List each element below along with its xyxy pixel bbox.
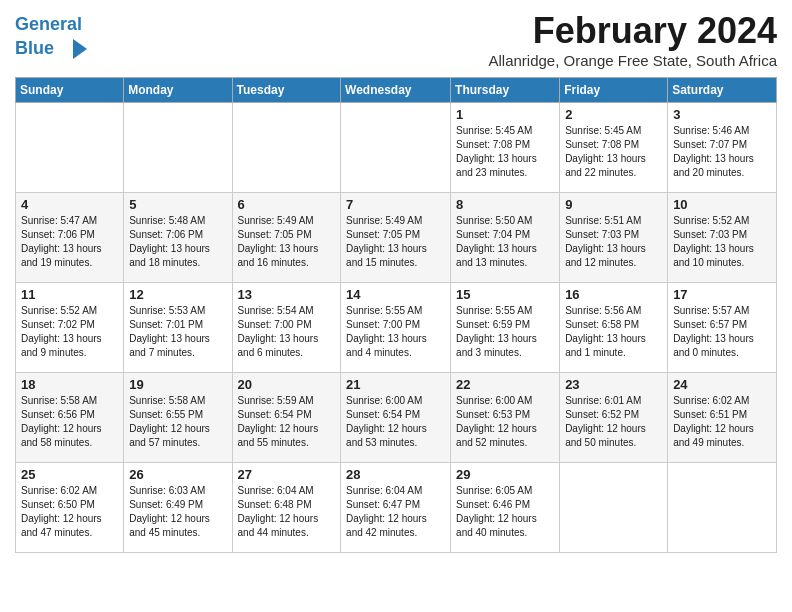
day-cell: 14Sunrise: 5:55 AM Sunset: 7:00 PM Dayli… (341, 283, 451, 373)
day-cell (560, 463, 668, 553)
logo-icon (63, 35, 91, 63)
col-header-thursday: Thursday (451, 78, 560, 103)
day-number: 28 (346, 467, 445, 482)
day-info: Sunrise: 6:04 AM Sunset: 6:48 PM Dayligh… (238, 484, 336, 540)
day-cell: 21Sunrise: 6:00 AM Sunset: 6:54 PM Dayli… (341, 373, 451, 463)
location-subtitle: Allanridge, Orange Free State, South Afr… (489, 52, 778, 69)
day-number: 18 (21, 377, 118, 392)
day-number: 13 (238, 287, 336, 302)
day-cell: 18Sunrise: 5:58 AM Sunset: 6:56 PM Dayli… (16, 373, 124, 463)
day-cell: 8Sunrise: 5:50 AM Sunset: 7:04 PM Daylig… (451, 193, 560, 283)
day-info: Sunrise: 5:59 AM Sunset: 6:54 PM Dayligh… (238, 394, 336, 450)
week-row-5: 25Sunrise: 6:02 AM Sunset: 6:50 PM Dayli… (16, 463, 777, 553)
col-header-saturday: Saturday (668, 78, 777, 103)
day-cell: 10Sunrise: 5:52 AM Sunset: 7:03 PM Dayli… (668, 193, 777, 283)
day-number: 11 (21, 287, 118, 302)
day-cell: 1Sunrise: 5:45 AM Sunset: 7:08 PM Daylig… (451, 103, 560, 193)
day-info: Sunrise: 5:53 AM Sunset: 7:01 PM Dayligh… (129, 304, 226, 360)
day-info: Sunrise: 5:58 AM Sunset: 6:55 PM Dayligh… (129, 394, 226, 450)
col-header-wednesday: Wednesday (341, 78, 451, 103)
day-info: Sunrise: 5:49 AM Sunset: 7:05 PM Dayligh… (346, 214, 445, 270)
day-number: 9 (565, 197, 662, 212)
day-cell: 26Sunrise: 6:03 AM Sunset: 6:49 PM Dayli… (124, 463, 232, 553)
day-number: 25 (21, 467, 118, 482)
day-number: 26 (129, 467, 226, 482)
calendar-table: SundayMondayTuesdayWednesdayThursdayFrid… (15, 77, 777, 553)
day-cell: 9Sunrise: 5:51 AM Sunset: 7:03 PM Daylig… (560, 193, 668, 283)
day-info: Sunrise: 6:00 AM Sunset: 6:53 PM Dayligh… (456, 394, 554, 450)
day-number: 24 (673, 377, 771, 392)
day-info: Sunrise: 5:46 AM Sunset: 7:07 PM Dayligh… (673, 124, 771, 180)
day-info: Sunrise: 6:02 AM Sunset: 6:50 PM Dayligh… (21, 484, 118, 540)
col-header-tuesday: Tuesday (232, 78, 341, 103)
day-number: 22 (456, 377, 554, 392)
title-block: February 2024 Allanridge, Orange Free St… (489, 10, 778, 69)
page-header: General Blue February 2024 Allanridge, O… (15, 10, 777, 69)
day-number: 3 (673, 107, 771, 122)
day-cell: 15Sunrise: 5:55 AM Sunset: 6:59 PM Dayli… (451, 283, 560, 373)
day-cell: 28Sunrise: 6:04 AM Sunset: 6:47 PM Dayli… (341, 463, 451, 553)
col-header-sunday: Sunday (16, 78, 124, 103)
day-info: Sunrise: 5:51 AM Sunset: 7:03 PM Dayligh… (565, 214, 662, 270)
day-number: 7 (346, 197, 445, 212)
day-number: 21 (346, 377, 445, 392)
day-cell: 25Sunrise: 6:02 AM Sunset: 6:50 PM Dayli… (16, 463, 124, 553)
day-cell: 23Sunrise: 6:01 AM Sunset: 6:52 PM Dayli… (560, 373, 668, 463)
day-number: 20 (238, 377, 336, 392)
logo: General Blue (15, 15, 91, 63)
day-info: Sunrise: 5:55 AM Sunset: 7:00 PM Dayligh… (346, 304, 445, 360)
day-cell: 6Sunrise: 5:49 AM Sunset: 7:05 PM Daylig… (232, 193, 341, 283)
day-number: 16 (565, 287, 662, 302)
day-info: Sunrise: 6:01 AM Sunset: 6:52 PM Dayligh… (565, 394, 662, 450)
day-cell: 11Sunrise: 5:52 AM Sunset: 7:02 PM Dayli… (16, 283, 124, 373)
svg-marker-0 (73, 39, 87, 59)
day-info: Sunrise: 5:58 AM Sunset: 6:56 PM Dayligh… (21, 394, 118, 450)
day-cell: 4Sunrise: 5:47 AM Sunset: 7:06 PM Daylig… (16, 193, 124, 283)
day-number: 29 (456, 467, 554, 482)
day-cell: 12Sunrise: 5:53 AM Sunset: 7:01 PM Dayli… (124, 283, 232, 373)
day-cell (16, 103, 124, 193)
day-number: 8 (456, 197, 554, 212)
day-number: 15 (456, 287, 554, 302)
day-number: 12 (129, 287, 226, 302)
day-cell: 16Sunrise: 5:56 AM Sunset: 6:58 PM Dayli… (560, 283, 668, 373)
day-cell (232, 103, 341, 193)
day-info: Sunrise: 5:52 AM Sunset: 7:02 PM Dayligh… (21, 304, 118, 360)
day-info: Sunrise: 6:04 AM Sunset: 6:47 PM Dayligh… (346, 484, 445, 540)
header-row: SundayMondayTuesdayWednesdayThursdayFrid… (16, 78, 777, 103)
day-info: Sunrise: 5:48 AM Sunset: 7:06 PM Dayligh… (129, 214, 226, 270)
day-number: 1 (456, 107, 554, 122)
day-info: Sunrise: 5:47 AM Sunset: 7:06 PM Dayligh… (21, 214, 118, 270)
logo-blue: Blue (15, 38, 54, 58)
day-info: Sunrise: 5:49 AM Sunset: 7:05 PM Dayligh… (238, 214, 336, 270)
day-cell (668, 463, 777, 553)
day-info: Sunrise: 5:56 AM Sunset: 6:58 PM Dayligh… (565, 304, 662, 360)
day-info: Sunrise: 5:52 AM Sunset: 7:03 PM Dayligh… (673, 214, 771, 270)
day-info: Sunrise: 5:50 AM Sunset: 7:04 PM Dayligh… (456, 214, 554, 270)
day-info: Sunrise: 6:02 AM Sunset: 6:51 PM Dayligh… (673, 394, 771, 450)
logo-line2: Blue (15, 35, 91, 63)
week-row-3: 11Sunrise: 5:52 AM Sunset: 7:02 PM Dayli… (16, 283, 777, 373)
day-cell: 17Sunrise: 5:57 AM Sunset: 6:57 PM Dayli… (668, 283, 777, 373)
day-cell: 27Sunrise: 6:04 AM Sunset: 6:48 PM Dayli… (232, 463, 341, 553)
week-row-1: 1Sunrise: 5:45 AM Sunset: 7:08 PM Daylig… (16, 103, 777, 193)
day-number: 27 (238, 467, 336, 482)
day-number: 5 (129, 197, 226, 212)
col-header-friday: Friday (560, 78, 668, 103)
day-info: Sunrise: 6:00 AM Sunset: 6:54 PM Dayligh… (346, 394, 445, 450)
day-cell: 24Sunrise: 6:02 AM Sunset: 6:51 PM Dayli… (668, 373, 777, 463)
day-number: 10 (673, 197, 771, 212)
month-title: February 2024 (489, 10, 778, 52)
day-number: 14 (346, 287, 445, 302)
week-row-2: 4Sunrise: 5:47 AM Sunset: 7:06 PM Daylig… (16, 193, 777, 283)
day-number: 4 (21, 197, 118, 212)
logo-general: General (15, 14, 82, 34)
day-info: Sunrise: 5:55 AM Sunset: 6:59 PM Dayligh… (456, 304, 554, 360)
day-info: Sunrise: 5:45 AM Sunset: 7:08 PM Dayligh… (456, 124, 554, 180)
week-row-4: 18Sunrise: 5:58 AM Sunset: 6:56 PM Dayli… (16, 373, 777, 463)
day-cell: 20Sunrise: 5:59 AM Sunset: 6:54 PM Dayli… (232, 373, 341, 463)
day-cell: 19Sunrise: 5:58 AM Sunset: 6:55 PM Dayli… (124, 373, 232, 463)
day-cell (341, 103, 451, 193)
day-number: 19 (129, 377, 226, 392)
day-info: Sunrise: 5:57 AM Sunset: 6:57 PM Dayligh… (673, 304, 771, 360)
